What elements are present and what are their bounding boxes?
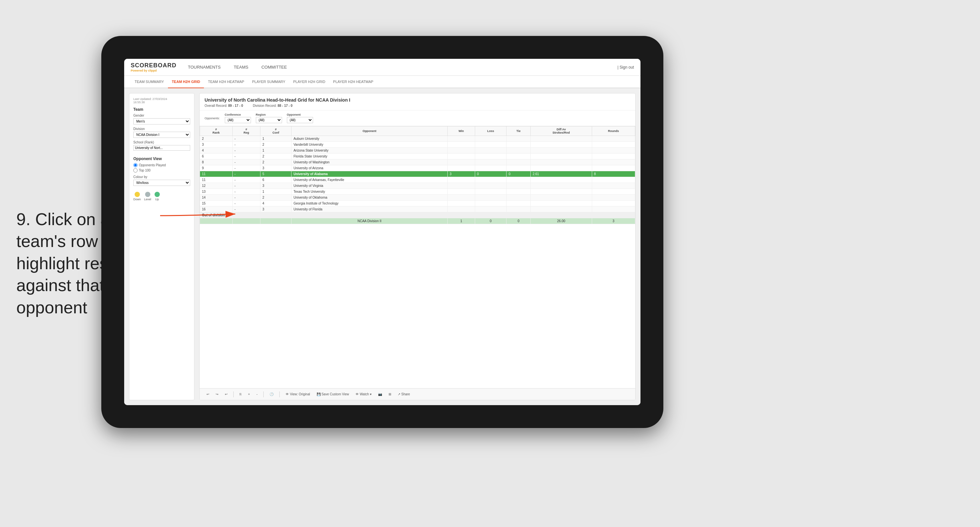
cell-3: University of Virginia xyxy=(291,183,448,189)
table-row[interactable]: 11-6University of Arkansas, Fayetteville xyxy=(200,177,635,183)
col-loss: Loss xyxy=(475,126,506,136)
top-nav: SCOREBOARD Powered by clippd TOURNAMENTS… xyxy=(124,59,641,76)
logo-scoreboard: SCOREBOARD xyxy=(131,62,177,69)
tab-player-summary[interactable]: PLAYER SUMMARY xyxy=(248,76,289,88)
cell-3: Auburn University xyxy=(291,136,448,142)
cell-5 xyxy=(475,148,506,154)
reset-btn[interactable]: ↩ xyxy=(223,392,229,396)
table-row[interactable]: 8-2University of Washington xyxy=(200,159,635,165)
nav-committee[interactable]: COMMITTEE xyxy=(260,59,288,76)
tab-player-h2h-grid[interactable]: PLAYER H2H GRID xyxy=(289,76,329,88)
redo-btn[interactable]: ↪ xyxy=(214,392,220,396)
school-input[interactable] xyxy=(133,145,190,151)
cell-2: 1 xyxy=(260,136,291,142)
cell-7 xyxy=(530,159,592,165)
legend-level: Level xyxy=(144,192,151,201)
cell-2: 2 xyxy=(260,142,291,148)
cell-4 xyxy=(448,201,475,207)
cell-0: 16 xyxy=(200,207,233,212)
nav-teams[interactable]: TEAMS xyxy=(232,59,250,76)
screenshot-btn[interactable]: 📷 xyxy=(376,392,384,396)
save-custom-view-btn[interactable]: 💾 Save Custom View xyxy=(315,392,351,396)
division-label: Division xyxy=(133,127,190,131)
tab-team-h2h-heatmap[interactable]: TEAM H2H HEATMAP xyxy=(204,76,248,88)
cell-8 xyxy=(592,142,635,148)
cell-2: 3 xyxy=(260,183,291,189)
cell-1: - xyxy=(232,148,260,154)
cell-2: 5 xyxy=(260,171,291,177)
col-tie: Tie xyxy=(506,126,530,136)
cell-8 xyxy=(592,148,635,154)
cell-0: 11 xyxy=(200,171,233,177)
cell-8: 8 xyxy=(592,171,635,177)
nav-signin[interactable]: | Sign out xyxy=(617,65,634,70)
share-btn[interactable]: ↗ Share xyxy=(396,392,412,396)
table-row[interactable]: 16-3University of Florida xyxy=(200,207,635,212)
cell-6 xyxy=(506,159,530,165)
region-select[interactable]: (All) xyxy=(256,117,282,123)
cell-8 xyxy=(592,183,635,189)
legend-up: Up xyxy=(154,192,160,201)
table-row[interactable]: 14-2University of Oklahoma xyxy=(200,195,635,201)
cell-6 xyxy=(506,165,530,171)
view-icon: 👁 xyxy=(286,392,289,396)
division-select[interactable]: NCAA Division I xyxy=(133,132,190,138)
colour-by-select[interactable]: Win/loss xyxy=(133,180,190,186)
cell-0: 12 xyxy=(200,183,233,189)
table-row[interactable]: 11-5University of Alabama3002.618 xyxy=(200,171,635,177)
col-rank: #Rank xyxy=(200,126,233,136)
cell-2: 1 xyxy=(260,189,291,195)
cell-0: 15 xyxy=(200,201,233,207)
opponents-filter-label: Opponents: xyxy=(205,117,220,120)
table-row[interactable]: 9-3University of Arizona xyxy=(200,165,635,171)
cell-6 xyxy=(506,189,530,195)
clock-btn[interactable]: 🕐 xyxy=(267,392,275,396)
cell-4 xyxy=(448,154,475,159)
table-row[interactable]: 6-2Florida State University xyxy=(200,154,635,159)
ood-cell-2 xyxy=(260,218,291,224)
team-label: Team xyxy=(133,107,190,112)
last-updated: Last Updated: 27/03/2024 16:55:38 xyxy=(133,97,190,104)
nav-tournaments[interactable]: TOURNAMENTS xyxy=(186,59,222,76)
cell-2: 4 xyxy=(260,201,291,207)
table-row[interactable]: 15-4Georgia Institute of Technology xyxy=(200,201,635,207)
tab-player-h2h-heatmap[interactable]: PLAYER H2H HEATMAP xyxy=(329,76,377,88)
ood-cell-0 xyxy=(200,218,233,224)
ood-cell-3: NCAA Division II xyxy=(291,218,448,224)
save-icon: 💾 xyxy=(317,392,321,396)
tab-team-h2h-grid[interactable]: TEAM H2H GRID xyxy=(168,76,204,88)
cell-4 xyxy=(448,142,475,148)
table-row[interactable]: 4-1Arizona State University xyxy=(200,148,635,154)
cell-5 xyxy=(475,177,506,183)
conference-select[interactable]: (All) xyxy=(225,117,251,123)
copy-btn[interactable]: ⎘ xyxy=(237,392,243,396)
cell-1: - xyxy=(232,177,260,183)
watch-btn[interactable]: 👁 Watch ▾ xyxy=(353,392,374,396)
radio-opponents-played[interactable] xyxy=(133,163,138,167)
cell-3: Vanderbilt University xyxy=(291,142,448,148)
gender-select[interactable]: Men's xyxy=(133,118,190,124)
opponent-select[interactable]: (All) xyxy=(287,117,313,123)
table-row[interactable]: 2-1Auburn University xyxy=(200,136,635,142)
out-of-division-row[interactable]: NCAA Division II10026.003 xyxy=(200,218,635,224)
undo-btn[interactable]: ↩ xyxy=(205,392,211,396)
table-row[interactable]: 12-3University of Virginia xyxy=(200,183,635,189)
sub-nav: TEAM SUMMARY TEAM H2H GRID TEAM H2H HEAT… xyxy=(124,76,641,88)
minus-btn[interactable]: - xyxy=(255,392,259,396)
legend: Down Level Up xyxy=(133,192,190,201)
cell-0: 2 xyxy=(200,136,233,142)
table-row[interactable]: 13-1Texas Tech University xyxy=(200,189,635,195)
cell-0: 9 xyxy=(200,165,233,171)
cell-5 xyxy=(475,201,506,207)
cell-6 xyxy=(506,195,530,201)
table-btn[interactable]: ⊞ xyxy=(387,392,393,396)
tab-team-summary[interactable]: TEAM SUMMARY xyxy=(131,76,168,88)
radio-top100[interactable] xyxy=(133,168,138,172)
cell-5 xyxy=(475,183,506,189)
table-row[interactable]: 3-2Vanderbilt University xyxy=(200,142,635,148)
plus-btn[interactable]: + xyxy=(246,392,252,396)
view-btn[interactable]: 👁 View: Original xyxy=(284,392,312,396)
cell-4 xyxy=(448,177,475,183)
tablet-frame: SCOREBOARD Powered by clippd TOURNAMENTS… xyxy=(101,36,663,428)
ood-cell-4: 1 xyxy=(448,218,475,224)
